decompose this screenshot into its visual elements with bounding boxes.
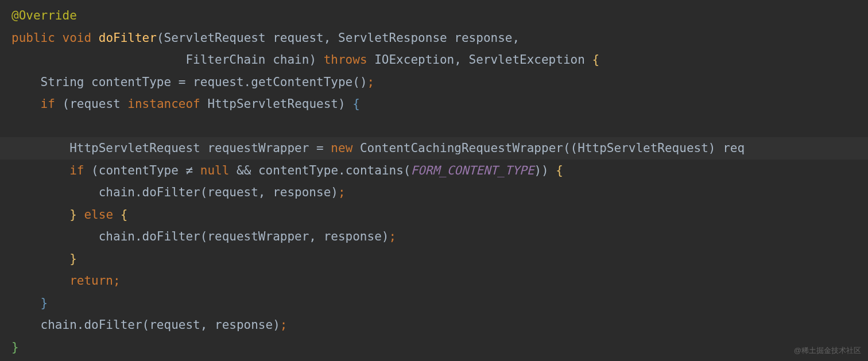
- semicolon: ;: [280, 318, 288, 332]
- and: &&: [237, 164, 251, 177]
- tail: req: [723, 141, 745, 155]
- paren-close: ): [338, 97, 352, 111]
- exception: ServletException: [469, 53, 592, 67]
- kw-new: new: [331, 141, 352, 155]
- call: chain.doFilter(request, response): [41, 318, 280, 332]
- type: FilterChain: [185, 53, 265, 67]
- kw-null: null: [200, 164, 230, 177]
- brace-open: {: [121, 208, 128, 222]
- eq: =: [179, 75, 186, 89]
- indent: [11, 141, 69, 155]
- kw-instanceof: instanceof: [127, 97, 200, 111]
- comma: ,: [454, 53, 468, 67]
- expr: request.getContentType(): [185, 75, 367, 89]
- paren-close: ): [708, 141, 723, 155]
- sp: [77, 208, 84, 222]
- call: chain.doFilter(request, response): [99, 185, 338, 199]
- type: HttpServletRequest: [578, 141, 708, 155]
- var: request: [69, 97, 127, 111]
- semicolon: ;: [389, 230, 396, 243]
- code-line-15: chain.doFilter(request, response);: [11, 314, 868, 336]
- code-line-12: }: [11, 248, 868, 270]
- code-line-7-highlighted: HttpServletRequest requestWrapper = new …: [0, 137, 868, 160]
- kw-public: public: [11, 31, 55, 45]
- code-line-8: if (contentType ≠ null && contentType.co…: [11, 160, 868, 182]
- indent: [11, 296, 41, 310]
- param: response: [447, 31, 513, 45]
- comma: ,: [324, 31, 338, 45]
- code-line-2: public void doFilter(ServletRequest requ…: [11, 27, 868, 49]
- param: request: [266, 31, 324, 45]
- type: HttpServletRequest: [200, 97, 338, 111]
- brace-close: }: [69, 208, 77, 222]
- code-line-13: return;: [11, 270, 868, 292]
- indent: [11, 53, 185, 67]
- indent: [11, 208, 69, 222]
- code-line-6: [11, 115, 868, 138]
- type: ServletResponse: [338, 31, 447, 45]
- comma: ,: [512, 31, 520, 45]
- kw-return: return: [69, 274, 113, 288]
- eq: =: [316, 141, 324, 155]
- code-line-16: }: [11, 336, 868, 359]
- method-name: doFilter: [99, 31, 157, 45]
- code-line-3: FilterChain chain) throws IOException, S…: [11, 49, 868, 71]
- kw-else: else: [84, 208, 113, 222]
- paren-close: ): [309, 53, 323, 67]
- indent: [11, 75, 41, 89]
- indent: [11, 252, 69, 266]
- brace-open: {: [592, 53, 599, 67]
- indent: [11, 318, 41, 332]
- code-line-10: } else {: [11, 204, 868, 226]
- brace-open: {: [352, 97, 360, 111]
- sp: [324, 141, 331, 155]
- sp: [352, 141, 360, 155]
- semicolon: ;: [113, 274, 121, 288]
- indent: [11, 97, 41, 111]
- paren-open: (: [55, 97, 69, 111]
- paren-open: (: [157, 31, 164, 45]
- type: ServletRequest: [164, 31, 266, 45]
- brace-close: }: [41, 296, 48, 310]
- type: String: [41, 75, 84, 89]
- sp: [193, 164, 200, 177]
- sp: [113, 208, 121, 222]
- sp: [229, 164, 237, 177]
- code-line-5: if (request instanceof HttpServletReques…: [11, 93, 868, 115]
- neq: ≠: [185, 164, 193, 177]
- indent: [11, 230, 99, 243]
- constructor: ContentCachingRequestWrapper: [360, 141, 563, 155]
- annotation-override: @Override: [11, 9, 77, 22]
- code-line-1: @Override: [11, 5, 868, 27]
- var: contentType: [99, 164, 186, 177]
- brace-close: }: [11, 340, 19, 354]
- indent: [11, 164, 69, 177]
- var: contentType: [84, 75, 178, 89]
- semicolon: ;: [338, 185, 346, 199]
- code-line-14: }: [11, 292, 868, 315]
- semicolon: ;: [367, 75, 375, 89]
- kw-void: void: [63, 31, 92, 45]
- paren-open: (: [84, 164, 98, 177]
- code-line-4: String contentType = request.getContentT…: [11, 71, 868, 94]
- watermark: @稀土掘金技术社区: [794, 344, 861, 358]
- brace-close: }: [69, 252, 77, 266]
- kw-if: if: [41, 97, 55, 111]
- code-line-11: chain.doFilter(requestWrapper, response)…: [11, 226, 868, 248]
- code-line-9: chain.doFilter(request, response);: [11, 181, 868, 204]
- code-editor[interactable]: @Override public void doFilter(ServletRe…: [11, 5, 868, 358]
- kw-throws: throws: [324, 53, 367, 67]
- param: chain: [266, 53, 309, 67]
- call: contentType.contains(: [251, 164, 410, 177]
- exception: IOException: [367, 53, 455, 67]
- constant: FORM_CONTENT_TYPE: [410, 164, 534, 177]
- call: chain.doFilter(requestWrapper, response): [99, 230, 389, 243]
- indent: [11, 185, 99, 199]
- brace-open: {: [556, 164, 563, 177]
- type: HttpServletRequest: [69, 141, 200, 155]
- indent: [11, 274, 69, 288]
- var: requestWrapper: [200, 141, 316, 155]
- paren-open: ((: [563, 141, 578, 155]
- kw-if: if: [69, 164, 84, 177]
- paren-close: )): [534, 164, 556, 177]
